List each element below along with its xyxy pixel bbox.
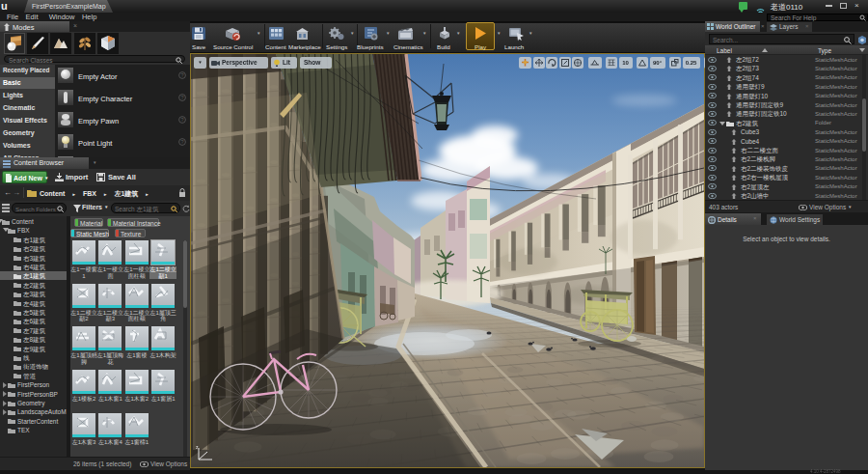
svg-text:?: ? [181, 117, 184, 123]
svg-text:?: ? [181, 72, 184, 78]
svg-text:?: ? [181, 95, 184, 100]
svg-text:?: ? [181, 139, 184, 145]
